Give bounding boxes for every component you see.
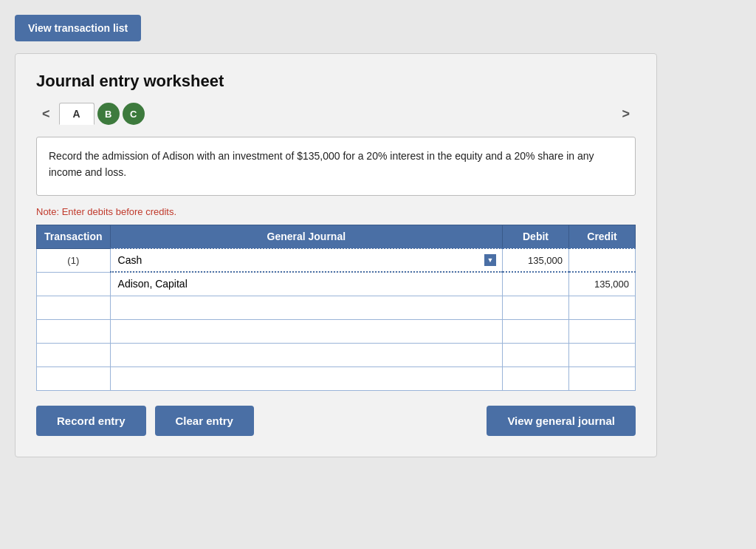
txn-cell — [37, 366, 111, 390]
table-row — [37, 296, 636, 319]
txn-cell — [37, 343, 111, 366]
txn-cell — [37, 272, 111, 296]
table-row: (1) Cash ▼ 135,000 — [37, 248, 636, 272]
tabs-row: < A B C > — [36, 103, 636, 125]
table-row: Adison, Capital 135,000 — [37, 272, 636, 296]
journal-cell[interactable]: Cash ▼ — [110, 248, 502, 272]
col-header-transaction: Transaction — [37, 225, 111, 249]
next-tab-button[interactable]: > — [616, 103, 636, 125]
txn-cell — [37, 296, 111, 319]
col-header-general-journal: General Journal — [110, 225, 502, 249]
journal-cell[interactable]: Adison, Capital — [110, 272, 502, 296]
worksheet-container: Journal entry worksheet < A B C > Record… — [15, 53, 657, 457]
credit-cell[interactable] — [569, 319, 636, 343]
table-row — [37, 366, 636, 390]
journal-cell[interactable] — [110, 343, 502, 366]
worksheet-title: Journal entry worksheet — [36, 72, 636, 91]
tab-b[interactable]: B — [97, 103, 120, 125]
journal-entry-text: Cash — [118, 254, 142, 266]
credit-cell[interactable] — [569, 366, 636, 390]
clear-entry-button[interactable]: Clear entry — [155, 406, 254, 436]
credit-cell[interactable] — [569, 343, 636, 366]
journal-cell[interactable] — [110, 366, 502, 390]
table-row — [37, 319, 636, 343]
credit-cell[interactable] — [569, 296, 636, 319]
col-header-credit: Credit — [569, 225, 636, 249]
description-box: Record the admission of Adison with an i… — [36, 137, 636, 196]
txn-cell — [37, 319, 111, 343]
journal-entry-text: Adison, Capital — [118, 278, 188, 290]
debit-cell[interactable] — [503, 319, 569, 343]
journal-table: Transaction General Journal Debit Credit… — [36, 225, 636, 391]
journal-cell[interactable] — [110, 319, 502, 343]
record-entry-button[interactable]: Record entry — [36, 406, 146, 436]
tab-a[interactable]: A — [59, 103, 94, 125]
buttons-row: Record entry Clear entry View general jo… — [36, 406, 636, 436]
debit-cell[interactable] — [503, 343, 569, 366]
note-text: Note: Enter debits before credits. — [36, 206, 636, 217]
debit-cell[interactable] — [503, 366, 569, 390]
view-transaction-list-button[interactable]: View transaction list — [15, 15, 141, 41]
prev-tab-button[interactable]: < — [36, 103, 56, 125]
debit-cell[interactable] — [503, 296, 569, 319]
debit-cell[interactable]: 135,000 — [503, 248, 569, 272]
credit-cell[interactable]: 135,000 — [569, 272, 636, 296]
col-header-debit: Debit — [503, 225, 569, 249]
journal-cell[interactable] — [110, 296, 502, 319]
view-general-journal-button[interactable]: View general journal — [487, 406, 636, 436]
table-row — [37, 343, 636, 366]
credit-cell[interactable] — [569, 248, 636, 272]
tab-c[interactable]: C — [123, 103, 145, 125]
dropdown-arrow-icon[interactable]: ▼ — [484, 254, 496, 266]
debit-cell[interactable] — [503, 272, 569, 296]
txn-cell: (1) — [37, 248, 111, 272]
